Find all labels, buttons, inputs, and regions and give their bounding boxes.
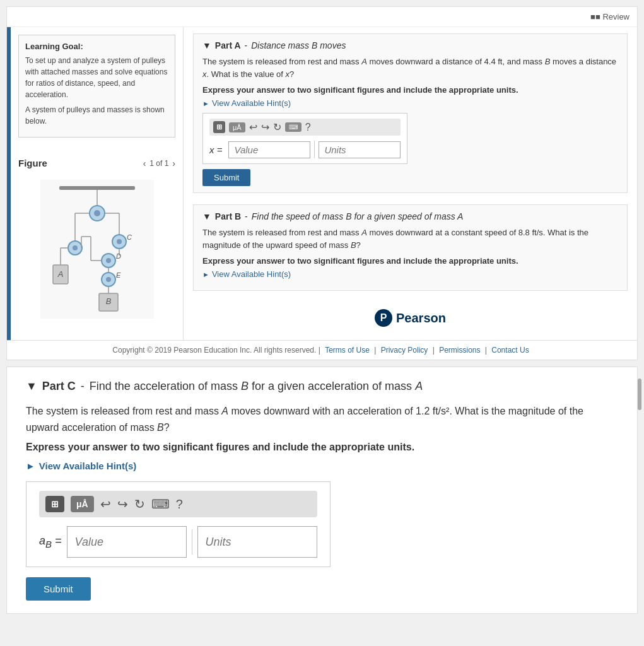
part-b-body: The system is released from rest and mas… — [202, 226, 618, 251]
part-c-instruction: Express your answer to two significant f… — [26, 442, 618, 453]
part-b-label: Part B — [215, 211, 241, 221]
learning-goal-title: Learning Goal: — [25, 42, 168, 51]
pearson-name: Pearson — [396, 311, 446, 326]
part-c-divider — [192, 529, 192, 555]
svg-text:A: A — [57, 269, 63, 279]
part-a-hint[interactable]: ► View Available Hint(s) — [202, 98, 618, 108]
part-a-section: ▼ Part A - Distance mass B moves The sys… — [193, 33, 628, 193]
learning-goal-text1: To set up and analyze a system of pulley… — [25, 55, 168, 100]
part-a-separator: - — [245, 40, 248, 50]
part-a-instruction: Express your answer to two significant f… — [202, 85, 618, 95]
pearson-logo-area: P Pearson — [193, 302, 628, 334]
learning-goal-box: Learning Goal: To set up and analyze a s… — [18, 35, 175, 138]
hint-a-label: View Available Hint(s) — [212, 98, 291, 108]
permissions-link[interactable]: Permissions — [439, 346, 480, 355]
part-c-submit-btn[interactable]: Submit — [26, 577, 91, 601]
svg-point-27 — [106, 277, 111, 282]
part-c-header: ▼ Part C - Find the acceleration of mass… — [26, 380, 618, 393]
part-a-units-input[interactable] — [319, 141, 401, 158]
part-c-grid-btn[interactable]: ⊞ — [45, 496, 64, 512]
part-c-var: aB = — [39, 534, 62, 549]
part-b-instruction: Express your answer to two significant f… — [202, 256, 618, 266]
part-a-toolbar: ⊞ μÅ ↩ ↪ ↻ ⌨ ? — [209, 119, 401, 136]
hint-b-arrow: ► — [202, 271, 209, 278]
part-c-mu-btn[interactable]: μÅ — [71, 496, 94, 512]
svg-text:D: D — [116, 252, 121, 260]
figure-next-btn[interactable]: › — [172, 158, 175, 168]
footer-separator4: | — [485, 346, 489, 355]
svg-point-4 — [94, 210, 100, 216]
part-c-value-input[interactable] — [67, 526, 187, 558]
part-a-value-input[interactable] — [228, 141, 310, 158]
svg-point-20 — [106, 258, 111, 263]
part-c-separator: - — [81, 380, 85, 393]
hint-c-arrow: ► — [26, 461, 35, 471]
hint-a-arrow: ► — [202, 100, 209, 107]
part-a-keyboard-btn[interactable]: ⌨ — [285, 122, 302, 132]
part-a-redo-btn[interactable]: ↪ — [261, 121, 269, 133]
footer-separator3: | — [433, 346, 436, 355]
svg-text:C: C — [127, 233, 132, 241]
part-a-undo-btn[interactable]: ↩ — [249, 121, 257, 133]
footer-separator1: | — [319, 346, 322, 355]
footer-copyright: Copyright © 2019 Pearson Education Inc. … — [112, 346, 316, 355]
part-c-units-input[interactable] — [197, 526, 317, 558]
part-a-divider — [314, 141, 315, 158]
part-c-label: Part C — [42, 380, 76, 393]
footer: Copyright © 2019 Pearson Education Inc. … — [7, 340, 637, 360]
svg-text:B: B — [105, 297, 111, 306]
part-c-hint[interactable]: ► View Available Hint(s) — [26, 461, 618, 471]
figure-title: Figure — [18, 158, 47, 168]
part-a-body: The system is released from rest and mas… — [202, 56, 618, 80]
part-c-refresh-btn[interactable]: ↻ — [134, 496, 145, 512]
review-label: Review — [602, 12, 629, 21]
svg-rect-1 — [59, 186, 135, 190]
part-c-help-btn[interactable]: ? — [176, 497, 183, 512]
part-c-undo-btn[interactable]: ↩ — [100, 496, 111, 512]
scrollbar-thumb[interactable] — [638, 379, 641, 410]
figure-page: 1 of 1 — [149, 159, 168, 168]
review-icon: ■■ — [590, 12, 600, 21]
part-b-desc: Find the speed of mass B for a given spe… — [252, 211, 464, 221]
part-a-desc: Distance mass B moves — [251, 40, 346, 50]
accent-bar — [7, 27, 11, 340]
part-a-answer-box: ⊞ μÅ ↩ ↪ ↻ ⌨ ? x = — [202, 113, 407, 164]
svg-point-8 — [73, 245, 78, 250]
pearson-p-icon: P — [375, 309, 392, 327]
learning-goal-text2: A system of pulleys and masses is shown … — [25, 104, 168, 127]
part-b-collapse[interactable]: ▼ — [202, 211, 211, 221]
terms-link[interactable]: Terms of Use — [325, 346, 370, 355]
part-a-label: Part A — [215, 40, 241, 50]
figure-image: A C — [18, 173, 175, 327]
part-c-answer-box: ⊞ μÅ ↩ ↪ ↻ ⌨ ? aB = — [26, 481, 331, 567]
part-c-panel: ▼ Part C - Find the acceleration of mass… — [6, 367, 638, 614]
privacy-link[interactable]: Privacy Policy — [381, 346, 428, 355]
part-b-hint[interactable]: ► View Available Hint(s) — [202, 269, 618, 279]
part-c-collapse[interactable]: ▼ — [26, 380, 37, 393]
part-c-desc: Find the acceleration of mass B for a gi… — [90, 380, 423, 393]
part-a-var: x = — [209, 144, 222, 155]
footer-separator2: | — [374, 346, 378, 355]
part-a-submit-btn[interactable]: Submit — [202, 169, 250, 186]
svg-text:E: E — [116, 271, 121, 279]
part-a-grid-btn[interactable]: ⊞ — [213, 121, 225, 133]
part-c-body: The system is released from rest and mas… — [26, 403, 618, 435]
part-a-help-btn[interactable]: ? — [305, 122, 311, 133]
part-a-collapse[interactable]: ▼ — [202, 40, 211, 50]
part-b-section: ▼ Part B - Find the speed of mass B for … — [193, 204, 628, 291]
hint-b-label: View Available Hint(s) — [212, 269, 291, 279]
part-c-keyboard-btn[interactable]: ⌨ — [151, 496, 170, 512]
contact-link[interactable]: Contact Us — [491, 346, 529, 355]
svg-point-16 — [117, 239, 122, 244]
part-a-refresh-btn[interactable]: ↻ — [273, 121, 281, 133]
part-c-toolbar: ⊞ μÅ ↩ ↪ ↻ ⌨ ? — [39, 491, 317, 517]
hint-c-label: View Available Hint(s) — [39, 461, 137, 471]
part-a-mu-btn[interactable]: μÅ — [229, 122, 245, 132]
figure-prev-btn[interactable]: ‹ — [143, 158, 146, 168]
part-c-redo-btn[interactable]: ↪ — [117, 496, 128, 512]
part-b-separator: - — [245, 211, 248, 221]
